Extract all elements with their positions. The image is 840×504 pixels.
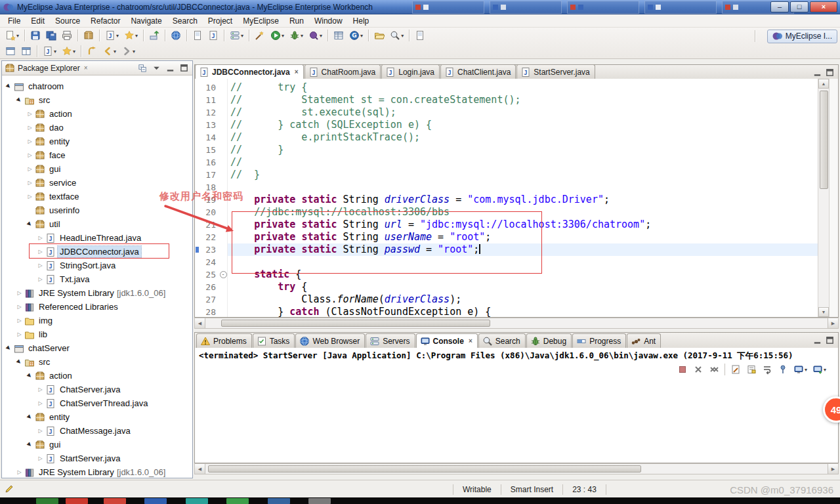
taskbar-app-icon[interactable] [66, 498, 88, 504]
tree-item-img[interactable]: img [2, 314, 192, 327]
annotations-button[interactable] [413, 28, 427, 43]
tree-item-chatserver-java[interactable]: JChatServer.java [2, 383, 192, 396]
menu-file[interactable]: File [3, 15, 26, 27]
tree-item-action[interactable]: action [2, 369, 192, 383]
dropdown-arrow-icon[interactable]: ▾ [241, 33, 243, 39]
expand-arrow-icon[interactable] [15, 290, 24, 296]
expand-arrow-icon[interactable] [36, 262, 45, 268]
run-button[interactable]: ▾ [268, 28, 286, 43]
minimize-console-button[interactable] [812, 335, 823, 346]
close-view-icon[interactable]: × [84, 64, 88, 72]
new-jsp-button[interactable]: J [206, 28, 220, 43]
back-button[interactable]: ▾ [100, 44, 118, 58]
collapse-arrow-icon[interactable] [26, 373, 34, 379]
dropdown-arrow-icon[interactable]: ▾ [805, 367, 807, 373]
expand-arrow-icon[interactable] [36, 276, 45, 282]
scrollbar-thumb[interactable] [820, 91, 828, 189]
collapse-arrow-icon[interactable] [15, 359, 24, 365]
menu-refactor[interactable]: Refactor [85, 15, 125, 27]
editor-window-button[interactable] [3, 44, 18, 58]
collapse-arrow-icon[interactable] [26, 442, 34, 448]
view-menu-button[interactable] [151, 62, 162, 74]
save-all-button[interactable] [44, 28, 58, 43]
view-tab-servers[interactable]: Servers [366, 333, 415, 348]
scroll-left-icon[interactable]: ◀ [195, 464, 205, 474]
dropdown-arrow-icon[interactable]: ▾ [116, 33, 119, 39]
database-explorer-button[interactable] [331, 28, 346, 43]
dropdown-arrow-icon[interactable]: ▾ [114, 49, 116, 54]
expand-arrow-icon[interactable] [26, 125, 34, 131]
genuitec-button[interactable]: G▾ [347, 28, 365, 43]
tree-item-entity[interactable]: entity [2, 410, 192, 424]
dropdown-arrow-icon[interactable]: ▾ [282, 33, 284, 39]
view-tab-console[interactable]: Console× [416, 333, 478, 348]
taskbar-app-icon[interactable] [226, 498, 249, 504]
line-number[interactable]: 15 [200, 144, 219, 156]
new-html-page-button[interactable] [190, 28, 205, 43]
expand-arrow-icon[interactable] [36, 455, 45, 461]
line-number[interactable]: 13 [200, 119, 219, 131]
scroll-up-icon[interactable]: ▲ [818, 79, 829, 89]
remove-launch-button[interactable] [691, 362, 705, 377]
close-button[interactable]: × [810, 1, 837, 12]
expand-arrow-icon[interactable] [26, 152, 34, 158]
tree-item-chatserverthread-java[interactable]: JChatServerThread.java [2, 396, 192, 410]
clear-console-button[interactable] [728, 362, 743, 377]
print-button[interactable] [60, 28, 74, 43]
new-wizards-button[interactable]: ▾ [122, 28, 140, 43]
dropdown-arrow-icon[interactable]: ▾ [301, 33, 303, 39]
view-tab-debug[interactable]: Debug [526, 333, 572, 348]
tree-item-service[interactable]: service [2, 176, 192, 190]
menu-search[interactable]: Search [167, 15, 203, 27]
editor-tab-chatroom-java[interactable]: JChatRoom.java [304, 64, 381, 79]
collapse-arrow-icon[interactable] [26, 221, 34, 227]
debug-button[interactable]: ▾ [287, 28, 305, 43]
scroll-right-icon[interactable]: ▶ [828, 318, 838, 328]
console-horizontal-scrollbar[interactable]: ◀ ▶ [194, 463, 839, 474]
line-number[interactable]: 24 [200, 256, 219, 268]
open-resource-button[interactable] [372, 28, 387, 43]
tree-item-gui[interactable]: gui [2, 438, 192, 452]
tree-item-action[interactable]: action [2, 107, 192, 121]
line-number[interactable]: 16 [200, 156, 219, 169]
menu-window[interactable]: Window [309, 15, 348, 27]
new-wizard-menu-button[interactable]: ▾ [60, 44, 77, 58]
dropdown-arrow-icon[interactable]: ▾ [135, 33, 138, 39]
fold-marker-icon[interactable]: - [220, 271, 227, 278]
collapse-arrow-icon[interactable] [5, 83, 13, 89]
new-java-project-button[interactable]: J▾ [103, 28, 121, 43]
expand-arrow-icon[interactable] [36, 400, 45, 406]
dropdown-arrow-icon[interactable]: ▾ [133, 49, 135, 54]
perspective-myeclipse-button[interactable]: MyEclipse I... [767, 30, 837, 43]
tree-item-chatserver[interactable]: chatServer [2, 341, 192, 355]
view-tab-tasks[interactable]: Tasks [253, 333, 295, 348]
tree-item-jre-system-library[interactable]: JRE System Library [jdk1.6.0_06] [2, 286, 192, 300]
package-explorer-tree[interactable]: chatroomsrcactiondaoentityfaceguiservice… [2, 75, 192, 478]
dropdown-arrow-icon[interactable]: ▾ [73, 49, 75, 54]
overview-ruler[interactable] [829, 79, 838, 317]
tree-item-chatmessage-java[interactable]: JChatMessage.java [2, 424, 192, 438]
expand-arrow-icon[interactable] [26, 166, 34, 172]
taskbar-app-icon[interactable] [308, 498, 331, 504]
tree-item-referenced-libraries[interactable]: Referenced Libraries [2, 300, 192, 314]
dropdown-arrow-icon[interactable]: ▾ [824, 367, 826, 373]
view-tab-web-browser[interactable]: Web Browser [295, 333, 365, 348]
open-perspective-button[interactable] [761, 29, 765, 43]
expand-arrow-icon[interactable] [36, 235, 45, 241]
expand-arrow-icon[interactable] [15, 304, 24, 310]
scrollbar-thumb[interactable] [208, 465, 641, 472]
menu-navigate[interactable]: Navigate [125, 15, 167, 27]
expand-arrow-icon[interactable] [15, 469, 24, 475]
export-archive-button[interactable] [81, 28, 96, 43]
menu-myeclipse[interactable]: MyEclipse [238, 15, 284, 27]
view-tab-search[interactable]: Search [478, 333, 526, 348]
profile-button[interactable]: ▾ [306, 28, 324, 43]
taskbar-app-icon[interactable] [268, 498, 290, 504]
scrollbar-thumb[interactable] [221, 320, 490, 327]
collapse-arrow-icon[interactable] [5, 345, 13, 351]
tree-item-stringsort-java[interactable]: JStringSort.java [2, 259, 192, 272]
editor-horizontal-scrollbar[interactable]: ◀ ▶ [194, 318, 839, 329]
tree-item-jre-system-library[interactable]: JRE System Library [jdk1.6.0_06] [2, 465, 192, 478]
view-tab-problems[interactable]: Problems [196, 333, 252, 348]
line-number[interactable]: 14 [200, 131, 219, 144]
